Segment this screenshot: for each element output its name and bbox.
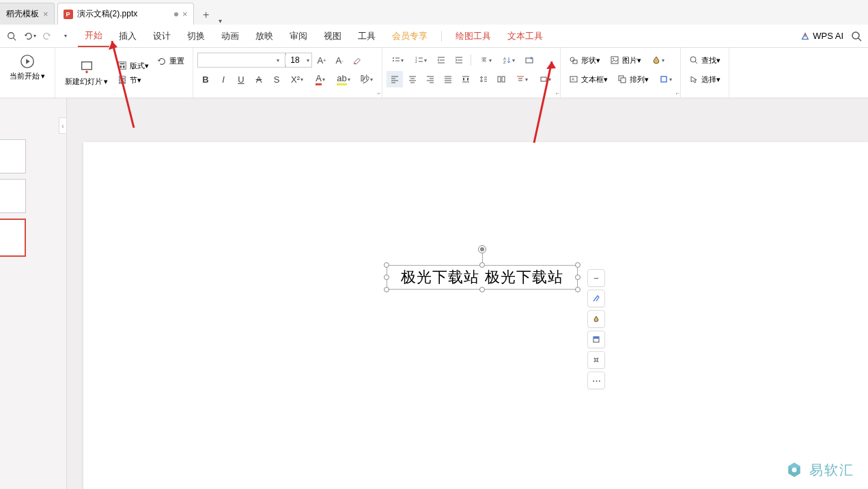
underline-button[interactable]: U [233, 71, 249, 87]
play-button[interactable]: 当前开始▾ [4, 51, 51, 84]
highlight-button[interactable]: ab▾ [333, 71, 354, 87]
section-button[interactable]: 节▾ [113, 74, 153, 87]
resize-handle-tm[interactable] [479, 262, 485, 268]
reset-label: 重置 [169, 56, 184, 66]
tab-animation[interactable]: 动画 [214, 26, 246, 46]
float-more-button[interactable]: ⋯ [587, 372, 605, 389]
tab-text-tools[interactable]: 文本工具 [501, 26, 550, 46]
thumbnail-3[interactable] [0, 219, 26, 257]
font-size-input[interactable]: ▾ [285, 53, 312, 68]
tab-member[interactable]: 会员专享 [385, 26, 434, 46]
superscript-button[interactable]: X²▾ [286, 71, 308, 87]
font-dialog-launcher[interactable]: ⌐ [378, 89, 381, 96]
align-left-button[interactable] [387, 71, 403, 87]
line-spacing-button[interactable] [475, 71, 492, 87]
textbox-button[interactable]: A文本框▾ [565, 73, 612, 86]
picture-button[interactable]: 图片▾ [606, 54, 645, 67]
align-center-button[interactable] [404, 71, 421, 87]
increase-font-button[interactable]: A+ [313, 52, 330, 68]
svg-point-78 [792, 468, 797, 473]
clear-format-button[interactable] [349, 52, 365, 68]
float-style-button[interactable] [587, 290, 605, 307]
canvas-area[interactable]: 极光下载站 极光下载站 − ⋯ [67, 98, 868, 489]
tab-insert[interactable]: 插入 [112, 26, 143, 46]
decrease-indent-button[interactable] [433, 52, 449, 68]
tab-transition[interactable]: 切换 [180, 26, 212, 46]
resize-handle-bl[interactable] [384, 287, 389, 292]
layout-button[interactable]: 版式▾ [113, 59, 153, 72]
svg-point-15 [393, 57, 394, 59]
insert-shape-button[interactable] [521, 52, 537, 68]
align-justify-button[interactable] [440, 71, 456, 87]
float-collapse-button[interactable]: − [587, 269, 605, 287]
rotate-handle[interactable] [478, 245, 486, 253]
float-layout-button[interactable] [587, 331, 605, 348]
textbox-content[interactable]: 极光下载站 极光下载站 [401, 268, 563, 285]
bullets-button[interactable]: ▾ [387, 52, 408, 68]
char-spacing-button[interactable]: 吵▾ [356, 71, 378, 87]
shape-outline-button[interactable]: ▾ [654, 71, 676, 87]
italic-button[interactable]: I [215, 71, 232, 87]
text-direction-button[interactable]: 竖▾ [475, 52, 496, 68]
customize-qat-dropdown[interactable]: ▾ [57, 29, 72, 44]
collapse-panel-button[interactable]: ‹ [59, 117, 67, 134]
float-fill-button[interactable] [587, 310, 605, 328]
arrange-button[interactable]: 排列▾ [613, 73, 653, 86]
ribbon-group-font: ▾ ▾ A+ A- B I U A S X²▾ A▾ ab▾ 吵▾ [193, 48, 382, 98]
new-tab-dropdown[interactable]: ▾ [216, 17, 225, 25]
text-align-vert-button[interactable]: ▾ [511, 71, 533, 87]
resize-handle-bm[interactable] [479, 287, 485, 292]
bold-button[interactable]: B [197, 71, 214, 87]
wps-ai-button[interactable]: WPS AI [800, 31, 843, 41]
resize-handle-mr[interactable] [575, 275, 580, 280]
columns-button[interactable] [493, 71, 509, 87]
resize-handle-ml[interactable] [384, 275, 389, 280]
drawing-dialog-launcher[interactable]: ⌐ [676, 89, 680, 96]
svg-line-74 [695, 61, 697, 64]
font-color-button[interactable]: A▾ [309, 71, 331, 87]
tab-document[interactable]: P 演示文稿(2).pptx × [57, 3, 194, 25]
convert-text-button[interactable]: ▾ [534, 71, 556, 87]
numbering-button[interactable]: 12▾ [410, 52, 432, 68]
resize-handle-tl[interactable] [384, 262, 389, 268]
float-tools-button[interactable] [587, 351, 605, 369]
tab-design[interactable]: 设计 [146, 26, 178, 46]
thumbnail-1[interactable]: —— | ▬▬ [0, 139, 26, 173]
search-button[interactable] [849, 29, 864, 44]
tab-drawing-tools[interactable]: 绘图工具 [449, 26, 498, 46]
decrease-font-button[interactable]: A- [331, 52, 348, 68]
close-icon[interactable]: × [182, 9, 188, 19]
tab-review[interactable]: 审阅 [283, 26, 314, 46]
close-icon[interactable]: × [43, 9, 48, 19]
new-slide-button[interactable]: 新建幻灯片▾ [59, 51, 113, 95]
font-name-input[interactable] [197, 53, 286, 68]
slide-canvas[interactable]: 极光下载站 极光下载站 − ⋯ [83, 142, 868, 489]
find-button[interactable]: 查找▾ [685, 54, 725, 67]
new-tab-button[interactable]: + [197, 5, 216, 25]
align-distribute-button[interactable] [458, 71, 474, 87]
thumbnail-2[interactable]: 极光下载站 [0, 179, 26, 213]
paragraph-dialog-launcher[interactable]: ⌐ [556, 89, 559, 96]
font-size-field[interactable] [285, 55, 305, 65]
strikethrough-button[interactable]: A [251, 71, 267, 87]
shadow-button[interactable]: S [268, 71, 285, 87]
align-right-button[interactable] [422, 71, 438, 87]
text-box[interactable]: 极光下载站 极光下载站 [387, 265, 578, 290]
tab-template[interactable]: 稻壳模板 × [0, 3, 55, 25]
undo-button[interactable]: ▾ [22, 29, 37, 44]
shape-button[interactable]: 形状▾ [565, 54, 604, 67]
resize-handle-br[interactable] [575, 287, 580, 292]
increase-indent-button[interactable] [451, 52, 467, 68]
svg-point-0 [8, 32, 14, 38]
select-button[interactable]: 选择▾ [685, 73, 725, 86]
shape-fill-button[interactable]: ▾ [647, 52, 669, 68]
tab-view[interactable]: 视图 [317, 26, 348, 46]
reset-button[interactable]: 重置 [153, 55, 188, 68]
sort-button[interactable]: AZ▾ [498, 52, 520, 68]
tab-start[interactable]: 开始 [78, 25, 109, 47]
tab-slideshow[interactable]: 放映 [249, 26, 280, 46]
redo-button[interactable] [40, 29, 55, 44]
tab-tools[interactable]: 工具 [351, 26, 382, 46]
search-icon[interactable] [4, 29, 19, 44]
resize-handle-tr[interactable] [575, 262, 580, 268]
